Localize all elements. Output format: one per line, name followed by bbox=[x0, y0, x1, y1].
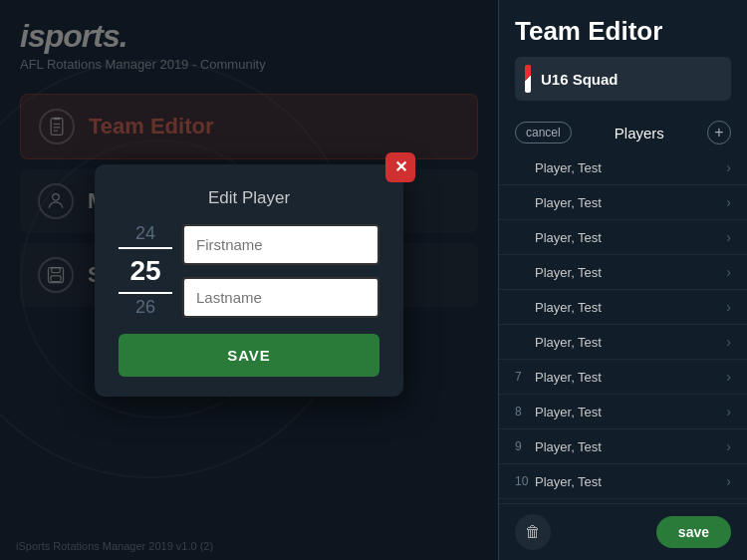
chevron-right-icon: › bbox=[726, 194, 731, 210]
chevron-right-icon: › bbox=[726, 473, 731, 489]
squad-name: U16 Squad bbox=[541, 71, 619, 88]
modal-close-button[interactable]: ✕ bbox=[385, 152, 415, 182]
player-list-item[interactable]: 7 Player, Test › bbox=[499, 360, 747, 395]
player-name: Player, Test bbox=[535, 300, 726, 315]
delete-button[interactable]: 🗑 bbox=[515, 514, 551, 550]
player-list-item[interactable]: 9 Player, Test › bbox=[499, 429, 747, 464]
player-name: Player, Test bbox=[535, 335, 726, 350]
chevron-right-icon: › bbox=[726, 334, 731, 350]
modal-overlay: ✕ Edit Player 24 25 26 SAVE bbox=[0, 0, 498, 560]
player-number: 9 bbox=[515, 439, 535, 453]
chevron-right-icon: › bbox=[726, 299, 731, 315]
squad-selector[interactable]: U16 Squad bbox=[515, 57, 731, 101]
chevron-right-icon: › bbox=[726, 159, 731, 175]
chevron-right-icon: › bbox=[726, 264, 731, 280]
player-name: Player, Test bbox=[535, 370, 726, 385]
chevron-right-icon: › bbox=[726, 369, 731, 385]
chevron-right-icon: › bbox=[726, 404, 731, 420]
add-player-button[interactable]: + bbox=[707, 121, 731, 144]
player-list-item[interactable]: Player, Test › bbox=[499, 220, 747, 255]
players-label: Players bbox=[580, 125, 699, 141]
right-panel-title: Team Editor bbox=[515, 16, 731, 47]
player-list-item[interactable]: Player, Test › bbox=[499, 185, 747, 220]
player-list-item[interactable]: 10 Player, Test › bbox=[499, 464, 747, 499]
player-list-item[interactable]: Player, Test › bbox=[499, 325, 747, 360]
player-name: Player, Test bbox=[535, 230, 726, 245]
chevron-right-icon: › bbox=[726, 438, 731, 454]
player-name: Player, Test bbox=[535, 195, 726, 210]
player-name: Player, Test bbox=[535, 439, 726, 454]
modal-fields bbox=[182, 224, 379, 318]
scroll-num-current: 25 bbox=[119, 247, 172, 294]
player-list-item[interactable]: 8 Player, Test › bbox=[499, 395, 747, 429]
right-footer: 🗑 save bbox=[499, 503, 747, 560]
players-list: Player, Test › Player, Test › Player, Te… bbox=[499, 150, 747, 503]
player-number: 7 bbox=[515, 370, 535, 384]
edit-player-modal: ✕ Edit Player 24 25 26 SAVE bbox=[95, 164, 403, 397]
cancel-button[interactable]: cancel bbox=[515, 122, 572, 143]
modal-title: Edit Player bbox=[119, 188, 379, 208]
player-name: Player, Test bbox=[535, 405, 726, 420]
player-list-item[interactable]: Player, Test › bbox=[499, 290, 747, 325]
firstname-input[interactable] bbox=[182, 224, 379, 265]
squad-stripe-icon bbox=[525, 65, 531, 93]
chevron-right-icon: › bbox=[726, 229, 731, 245]
right-header: Team Editor U16 Squad bbox=[499, 0, 747, 121]
right-panel: Team Editor U16 Squad cancel Players + P… bbox=[498, 0, 747, 560]
player-name: Player, Test bbox=[535, 160, 726, 175]
save-button[interactable]: save bbox=[656, 516, 731, 548]
player-number: 8 bbox=[515, 405, 535, 419]
player-list-item[interactable]: Player, Test › bbox=[499, 150, 747, 185]
player-name: Player, Test bbox=[535, 474, 726, 489]
number-scroll-area: 24 25 26 bbox=[119, 220, 172, 321]
modal-save-button[interactable]: SAVE bbox=[119, 334, 379, 377]
lastname-input[interactable] bbox=[182, 277, 379, 318]
scroll-num-prev: 24 bbox=[119, 220, 172, 247]
players-toolbar: cancel Players + bbox=[499, 121, 747, 144]
scroll-num-next: 26 bbox=[119, 294, 172, 321]
player-number: 10 bbox=[515, 474, 535, 488]
player-list-item[interactable]: Player, Test › bbox=[499, 255, 747, 290]
player-name: Player, Test bbox=[535, 265, 726, 280]
